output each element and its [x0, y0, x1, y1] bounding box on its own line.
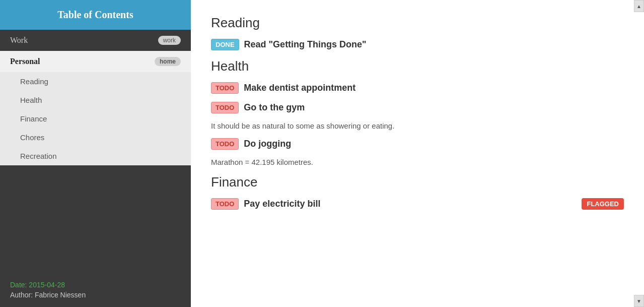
sidebar-date: Date: 2015-04-28 [10, 281, 181, 289]
task-text: Pay electricity bill [244, 199, 320, 209]
sidebar-personal-badge: home [155, 57, 181, 66]
task-text: Go to the gym [244, 102, 305, 113]
sidebar-item-chores[interactable]: Chores [0, 128, 191, 147]
task-text: Read "Getting Things Done" [244, 39, 367, 50]
sidebar-item-reading[interactable]: Reading [0, 72, 191, 91]
section-heading-health: Health [211, 58, 624, 74]
sidebar-item-health[interactable]: Health [0, 91, 191, 109]
sidebar-work-label: Work [10, 36, 28, 45]
sidebar-header: Table of Contents [0, 0, 191, 30]
sidebar-work-badge: work [158, 36, 181, 45]
task-left: TODO Pay electricity bill [211, 198, 320, 210]
task-note: Marathon = 42.195 kilometres. [211, 158, 624, 166]
task-row: TODO Go to the gym [211, 102, 624, 113]
badge-done: DONE [211, 39, 239, 50]
section-heading-finance: Finance [211, 174, 624, 190]
sidebar: Table of Contents Work work Personal hom… [0, 0, 191, 307]
task-note: It should be as natural to some as showe… [211, 121, 624, 130]
sidebar-sub-items: Reading Health Finance Chores Recreation [0, 72, 191, 165]
sidebar-item-finance[interactable]: Finance [0, 109, 191, 128]
task-text: Do jogging [244, 139, 291, 149]
scroll-up-button[interactable]: ▲ [634, 0, 644, 12]
sidebar-item-recreation[interactable]: Recreation [0, 147, 191, 165]
task-row-flagged: TODO Pay electricity bill FLAGGED [211, 198, 624, 210]
badge-todo: TODO [211, 138, 239, 150]
badge-todo: TODO [211, 198, 239, 210]
sidebar-personal-label: Personal [10, 57, 40, 66]
section-heading-reading: Reading [211, 15, 624, 31]
task-row: TODO Make dentist appointment [211, 82, 624, 94]
badge-flagged: FLAGGED [582, 198, 624, 210]
task-row: DONE Read "Getting Things Done" [211, 39, 624, 50]
main-content: Reading DONE Read "Getting Things Done" … [191, 0, 644, 307]
badge-todo: TODO [211, 102, 239, 113]
sidebar-item-personal[interactable]: Personal home [0, 51, 191, 72]
sidebar-footer: Date: 2015-04-28 Author: Fabrice Niessen [0, 273, 191, 307]
badge-todo: TODO [211, 82, 239, 94]
sidebar-author: Author: Fabrice Niessen [10, 291, 181, 299]
scroll-arrows: ▲ ▼ [634, 0, 644, 12]
task-text: Make dentist appointment [244, 83, 355, 93]
sidebar-title: Table of Contents [57, 9, 133, 21]
sidebar-item-work[interactable]: Work work [0, 30, 191, 51]
scroll-down-button[interactable]: ▼ [634, 295, 644, 307]
task-row: TODO Do jogging [211, 138, 624, 150]
